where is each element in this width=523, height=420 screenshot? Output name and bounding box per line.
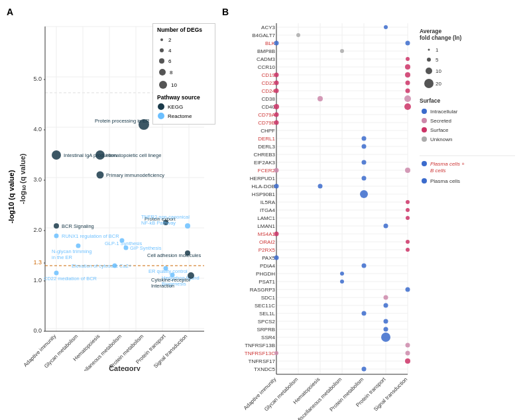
svg-text:in the ER: in the ER [52, 254, 72, 260]
svg-point-234 [422, 109, 427, 114]
svg-text:Cytokine-receptor: Cytokine-receptor [151, 277, 191, 283]
svg-point-186 [362, 160, 367, 165]
svg-text:PHGDH: PHGDH [256, 271, 275, 277]
svg-text:TNFRSF13C: TNFRSF13C [245, 350, 275, 356]
svg-point-181 [404, 103, 411, 110]
svg-text:PSAT1: PSAT1 [259, 279, 275, 285]
svg-text:Plasma cells: Plasma cells [430, 178, 460, 184]
panel-a-legend: Number of DEGs 2 4 6 8 10 Pathway source… [152, 23, 215, 125]
svg-point-215 [362, 367, 367, 372]
svg-text:CD79A: CD79A [258, 112, 275, 118]
svg-point-171 [405, 64, 410, 70]
svg-text:CD40: CD40 [262, 104, 276, 110]
svg-text:-log₁₀ (q value): -log₁₀ (q value) [19, 153, 27, 204]
legend-size-2: 2 [157, 35, 211, 44]
svg-text:TXNDC5: TXNDC5 [254, 366, 276, 372]
svg-point-182 [274, 113, 279, 117]
svg-point-240 [422, 136, 427, 142]
svg-point-184 [362, 136, 367, 141]
svg-point-225 [428, 49, 430, 51]
svg-point-193 [406, 200, 410, 204]
svg-point-188 [405, 168, 410, 173]
legend-size-4: 4 [157, 46, 211, 55]
svg-text:CD79B: CD79B [258, 120, 275, 126]
svg-text:3.0: 3.0 [33, 176, 42, 183]
svg-point-214 [405, 358, 410, 364]
svg-text:RUNX1 regulation of BCR: RUNX1 regulation of BCR [62, 233, 119, 239]
svg-text:10: 10 [436, 68, 441, 74]
svg-point-212 [274, 351, 278, 355]
svg-text:Category: Category [109, 364, 141, 371]
svg-text:Secreted: Secreted [430, 118, 451, 124]
svg-point-205 [384, 295, 388, 300]
svg-text:0.0: 0.0 [33, 327, 42, 334]
svg-point-62 [160, 48, 164, 52]
svg-text:SRPRB: SRPRB [257, 327, 275, 333]
svg-point-192 [360, 190, 368, 198]
svg-point-200 [274, 256, 279, 260]
legend-size-10: 10 [157, 79, 211, 91]
dot-nglycan [76, 244, 81, 248]
svg-text:IL5RA: IL5RA [261, 199, 276, 205]
svg-point-203 [340, 280, 344, 284]
dot-tnfr2 [185, 223, 190, 229]
svg-point-201 [362, 264, 367, 268]
svg-text:B4GALT7: B4GALT7 [252, 32, 275, 38]
svg-text:CHREB3: CHREB3 [254, 152, 276, 158]
svg-point-185 [362, 144, 367, 149]
svg-text:DERL1: DERL1 [258, 136, 275, 142]
dot-primary-immuno [97, 172, 104, 179]
svg-point-227 [427, 58, 431, 62]
legend-source-title: Pathway source [157, 94, 211, 101]
svg-point-199 [406, 248, 410, 252]
svg-point-196 [384, 224, 388, 229]
svg-text:SDC1: SDC1 [261, 295, 276, 301]
dot-gip [124, 246, 129, 250]
panel-b-label: B [222, 7, 229, 17]
svg-point-191 [318, 184, 323, 189]
svg-point-189 [362, 176, 367, 181]
legend-size-8: 8 [157, 67, 211, 78]
svg-point-176 [274, 89, 279, 93]
svg-point-178 [318, 96, 323, 101]
svg-point-208 [384, 319, 388, 324]
svg-text:N-glycan trimming: N-glycan trimming [52, 248, 91, 254]
svg-point-243 [422, 161, 427, 166]
svg-point-195 [406, 216, 410, 220]
svg-text:PDIA4: PDIA4 [260, 263, 276, 269]
svg-text:CD22 mediation of BCR: CD22 mediation of BCR [44, 276, 97, 282]
svg-point-209 [384, 327, 388, 332]
svg-text:2.0: 2.0 [33, 227, 42, 233]
panel-a-label: A [7, 7, 13, 17]
svg-point-167 [274, 41, 279, 46]
svg-text:CD24: CD24 [262, 88, 276, 94]
svg-point-183 [274, 121, 279, 125]
svg-point-177 [406, 89, 410, 93]
svg-text:20: 20 [436, 81, 441, 87]
svg-point-202 [340, 272, 344, 276]
svg-text:CCR10: CCR10 [258, 64, 276, 70]
svg-text:LMAN1: LMAN1 [257, 223, 275, 229]
svg-point-175 [406, 81, 410, 85]
svg-text:ITGA4: ITGA4 [260, 207, 276, 213]
svg-text:BCR Signaling: BCR Signaling [62, 223, 94, 229]
svg-text:CD38: CD38 [262, 96, 276, 102]
dot-intestinal-iga [52, 150, 61, 160]
svg-text:DERL3: DERL3 [258, 144, 275, 150]
svg-text:Interaction: Interaction [151, 283, 174, 289]
svg-point-187 [274, 168, 279, 173]
svg-text:TNFR2 non-canonical: TNFR2 non-canonical [141, 214, 190, 220]
svg-text:CD22: CD22 [262, 80, 276, 86]
svg-text:MS4A1: MS4A1 [258, 231, 276, 237]
svg-text:1.0: 1.0 [33, 277, 42, 284]
svg-text:SEL1L: SEL1L [259, 311, 276, 317]
svg-point-211 [406, 343, 410, 348]
svg-point-207 [362, 311, 367, 316]
svg-point-194 [406, 208, 410, 212]
svg-point-229 [426, 68, 432, 74]
svg-text:RASGRP3: RASGRP3 [250, 287, 276, 293]
svg-point-179 [404, 95, 411, 102]
svg-text:Intracellular: Intracellular [430, 109, 458, 115]
svg-text:B cells: B cells [430, 168, 446, 174]
svg-text:NF-kB Pathway: NF-kB Pathway [141, 220, 176, 226]
